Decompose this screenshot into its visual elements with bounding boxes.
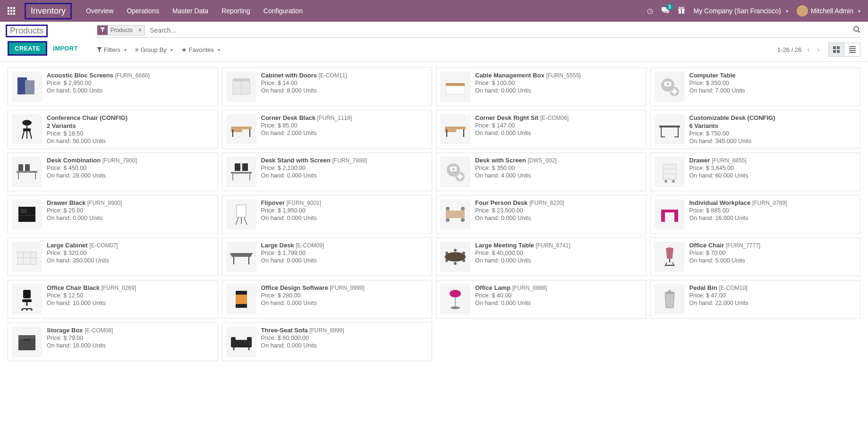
product-onhand: On hand: 345.000 Units <box>689 138 775 144</box>
product-price: Price: $ 25.00 <box>47 207 122 214</box>
product-card[interactable]: Storage Box [E-COM08] Price: $ 79.00 On … <box>8 322 218 361</box>
pager-prev[interactable]: ‹ <box>805 43 811 56</box>
pager-next[interactable]: › <box>816 43 822 56</box>
product-card[interactable]: Four Person Desk [FURN_8220] Price: $ 23… <box>436 195 647 234</box>
apps-icon[interactable] <box>8 7 15 15</box>
company-selector[interactable]: My Company (San Francisco) <box>694 7 788 15</box>
nav-configuration[interactable]: Configuration <box>264 7 303 15</box>
product-card[interactable]: Three-Seat Sofa [FURN_8999] Price: $ 60,… <box>222 322 433 361</box>
product-card[interactable]: Large Cabinet [E-COM07] Price: $ 320.00 … <box>8 237 218 276</box>
app-brand[interactable]: Inventory <box>25 3 72 19</box>
svg-rect-46 <box>457 176 463 178</box>
product-card[interactable]: Large Meeting Table [FURN_6741] Price: $… <box>436 237 647 276</box>
product-onhand: On hand: 28.000 Units <box>47 172 137 179</box>
clock-icon[interactable]: ◷ <box>647 7 653 15</box>
svg-rect-12 <box>446 85 465 94</box>
svg-point-62 <box>446 218 450 222</box>
product-title: Pedal Bin [E-COM10] <box>689 284 749 291</box>
star-icon: ★ <box>181 46 187 53</box>
product-title: Office Chair [FURN_7777] <box>689 242 761 249</box>
product-card[interactable]: Corner Desk Black [FURN_1118] Price: $ 8… <box>222 110 433 149</box>
product-thumbnail <box>226 157 256 187</box>
svg-point-94 <box>450 290 461 297</box>
svg-rect-59 <box>446 211 465 218</box>
product-card[interactable]: Cable Management Box [FURN_5555] Price: … <box>436 68 647 106</box>
product-title: Individual Workplace [FURN_0789] <box>689 199 787 206</box>
chat-icon[interactable]: 3 <box>662 7 669 15</box>
product-card[interactable]: Computer Table Price: $ 350.00 On hand: … <box>650 68 861 106</box>
product-price: Price: $ 40.00 <box>475 292 547 299</box>
pager-value[interactable]: 1-26 / 26 <box>777 46 801 53</box>
create-button[interactable]: CREATE <box>8 41 47 56</box>
product-card[interactable]: Individual Workplace [FURN_0789] Price: … <box>650 195 861 234</box>
breadcrumb: Products <box>6 25 48 37</box>
kanban-view-button[interactable] <box>828 42 844 57</box>
product-card[interactable]: Acoustic Bloc Screens [FURN_6666] Price:… <box>8 68 218 106</box>
product-thumbnail <box>12 72 42 102</box>
product-title: Large Meeting Table [FURN_6741] <box>475 242 570 249</box>
product-onhand: On hand: 2.000 Units <box>261 130 352 136</box>
filters-dropdown[interactable]: Filters <box>97 46 127 53</box>
product-onhand: On hand: 0.000 Units <box>475 87 581 94</box>
product-card[interactable]: Desk Combination [FURN_7800] Price: $ 45… <box>8 152 218 191</box>
svg-rect-21 <box>23 128 31 131</box>
product-onhand: On hand: 0.000 Units <box>261 172 367 179</box>
groupby-dropdown[interactable]: ≡ Group By <box>135 46 173 53</box>
product-card[interactable]: Desk with Screen [DWS_002] Price: $ 350.… <box>436 152 647 191</box>
product-card[interactable]: Office Design Software [FURN_9999] Price… <box>222 280 433 319</box>
product-thumbnail <box>12 157 42 187</box>
product-thumbnail <box>440 199 470 229</box>
product-card[interactable]: Flipover [FURN_9001] Price: $ 1,950.00 O… <box>222 195 433 234</box>
product-card[interactable]: Office Lamp [FURN_8888] Price: $ 40.00 O… <box>436 280 647 319</box>
facet-remove[interactable]: × <box>136 25 145 35</box>
chat-badge-count: 3 <box>666 4 673 10</box>
product-card[interactable]: Customizable Desk (CONFIG) 6 Variants Pr… <box>650 110 861 149</box>
nav-menu: Overview Operations Master Data Reportin… <box>86 7 303 15</box>
svg-point-88 <box>21 309 23 311</box>
product-card[interactable]: Pedal Bin [E-COM10] Price: $ 47.00 On ha… <box>650 280 861 319</box>
import-button[interactable]: IMPORT <box>53 45 77 52</box>
product-card[interactable]: Office Chair [FURN_7777] Price: $ 70.00 … <box>650 237 861 276</box>
product-card[interactable]: Large Desk [E-COM09] Price: $ 1,799.00 O… <box>222 237 433 276</box>
svg-point-78 <box>454 262 457 265</box>
svg-point-43 <box>452 168 455 170</box>
product-onhand: On hand: 0.000 Units <box>261 215 322 221</box>
product-price: Price: $ 750.00 <box>689 130 775 137</box>
avatar <box>797 5 808 17</box>
svg-point-16 <box>666 83 669 85</box>
product-card[interactable]: Office Chair Black [FURN_0269] Price: $ … <box>8 280 218 319</box>
product-title: Office Design Software [FURN_9999] <box>261 284 365 291</box>
nav-master-data[interactable]: Master Data <box>172 7 208 15</box>
product-card[interactable]: Desk Stand with Screen [FURN_7888] Price… <box>222 152 433 191</box>
search-icon[interactable] <box>853 25 860 35</box>
product-thumbnail <box>655 72 685 102</box>
product-price: Price: $ 147.00 <box>475 122 569 129</box>
product-title: Desk Stand with Screen [FURN_7888] <box>261 157 367 164</box>
svg-point-75 <box>445 259 448 262</box>
product-card[interactable]: Corner Desk Right Sit [E-COM06] Price: $… <box>436 110 647 149</box>
user-menu[interactable]: Mitchell Admin <box>797 5 860 17</box>
product-onhand: On hand: 4.000 Units <box>475 172 557 179</box>
product-card[interactable]: Drawer [FURN_8855] Price: $ 3,645.00 On … <box>650 152 861 191</box>
list-view-button[interactable] <box>844 42 860 57</box>
svg-rect-100 <box>18 335 35 339</box>
nav-reporting[interactable]: Reporting <box>221 7 250 15</box>
product-card[interactable]: Cabinet with Doors [E-COM11] Price: $ 14… <box>222 68 433 106</box>
search-input[interactable] <box>148 25 853 36</box>
nav-operations[interactable]: Operations <box>127 7 159 15</box>
gift-icon[interactable] <box>678 7 685 16</box>
product-price: Price: $ 60,000.00 <box>261 335 344 341</box>
product-title: Acoustic Bloc Screens [FURN_6666] <box>47 72 150 79</box>
product-card[interactable]: Drawer Black [FURN_8900] Price: $ 25.00 … <box>8 195 218 234</box>
product-onhand: On hand: 5.000 Units <box>47 87 150 94</box>
svg-rect-98 <box>669 290 671 292</box>
product-price: Price: $ 885.00 <box>689 207 787 214</box>
svg-point-60 <box>446 207 450 211</box>
product-price: Price: $ 16.50 <box>47 130 128 137</box>
svg-line-22 <box>22 131 24 139</box>
product-card[interactable]: Conference Chair (CONFIG) 2 Variants Pri… <box>8 110 218 149</box>
list-icon: ≡ <box>135 46 139 53</box>
favorites-dropdown[interactable]: ★ Favorites <box>181 46 220 53</box>
product-onhand: On hand: 22.000 Units <box>689 300 749 306</box>
nav-overview[interactable]: Overview <box>86 7 113 15</box>
